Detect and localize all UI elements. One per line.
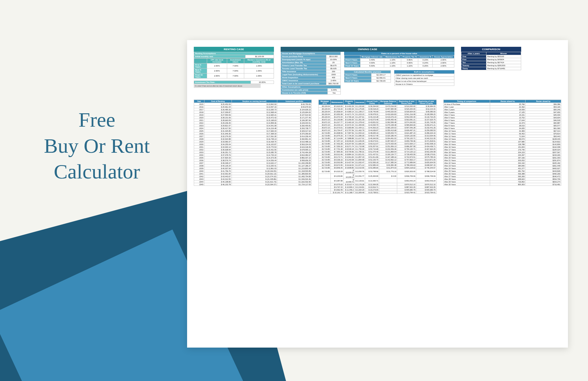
owning-header: OWNING CASE [281, 47, 454, 52]
house-assumptions-table: House and Mortgage Assumptions House pur… [281, 52, 341, 85]
title-area: FreeBuy Or RentCalculator [27, 107, 167, 185]
other-assumptions-table: Other Assumptions Commission (on sale pr… [281, 85, 341, 95]
rent-data-table: YearCost of RentingSurplus vs owning (an… [194, 100, 312, 186]
monthly-payment-table: Calculated Monthly payment First 5 Years… [344, 70, 391, 83]
comparison-section: COMPARISON After x yearsWinnerOneRenting… [461, 47, 521, 95]
rates-header: Rates as a percent of the house value [344, 52, 454, 55]
page-title: FreeBuy Or RentCalculator [27, 107, 167, 185]
spreadsheet-preview: RENTING CASE Renting Assumptions Initial… [187, 40, 568, 348]
comparison-header: COMPARISON [461, 47, 521, 52]
builtin-assumptions-table: CMHC premium is capitalized to mortgageO… [394, 74, 454, 86]
tax-note: Or, enter 0 here and an after-tax rate o… [194, 84, 261, 88]
rates-table: Mortgage Interest rateMaintenance %Prope… [344, 55, 454, 68]
own-data-table: Mortgage (P+I)MaintenanceProperty TaxIns… [318, 100, 436, 194]
compare-data-table: Timing of comparisonRenter ahead byRente… [443, 100, 561, 186]
owning-case-section: OWNING CASE House and Mortgage Assumptio… [281, 47, 454, 95]
renting-assumptions-table: Renting Assumptions Initial monthly rent… [194, 52, 274, 58]
builtin-header: Built-in assumptions: [394, 70, 454, 74]
renting-rates-table: CPI rate (rent increase)Investment retur… [194, 58, 274, 79]
investment-tax-table: Investment Tax Rate:10.00% [194, 81, 274, 84]
renting-case-section: RENTING CASE Renting Assumptions Initial… [194, 47, 274, 95]
comparison-summary-table: After x yearsWinnerOneRenting by $53165F… [461, 52, 521, 70]
renting-header: RENTING CASE [194, 47, 274, 52]
